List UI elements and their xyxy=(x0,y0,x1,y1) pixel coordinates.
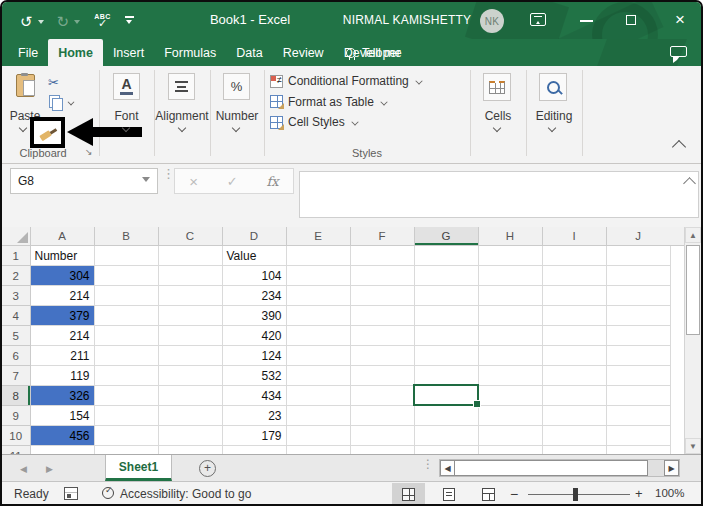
cell-G7[interactable] xyxy=(414,366,478,386)
cell-B10[interactable] xyxy=(94,426,158,446)
cell-J8[interactable] xyxy=(606,386,670,406)
cell-A9[interactable]: 154 xyxy=(30,406,94,426)
column-header-H[interactable]: H xyxy=(478,227,542,246)
ribbon-tab-formulas[interactable]: Formulas xyxy=(154,39,226,66)
ribbon-tab-file[interactable]: File xyxy=(8,39,48,66)
column-header-C[interactable]: C xyxy=(158,227,222,246)
cell-H7[interactable] xyxy=(478,366,542,386)
tab-scroll-handle[interactable]: ⋮ xyxy=(422,461,428,467)
cell-I9[interactable] xyxy=(542,406,606,426)
cell-C11[interactable] xyxy=(158,446,222,455)
vertical-scrollbar[interactable]: ▲ ▼ xyxy=(684,227,701,454)
cell-A5[interactable]: 214 xyxy=(30,326,94,346)
column-header-I[interactable]: I xyxy=(542,227,606,246)
scroll-up-icon[interactable]: ▲ xyxy=(685,227,701,243)
cell-A1[interactable]: Number xyxy=(30,246,94,266)
macro-record-icon[interactable] xyxy=(64,487,78,500)
cell-G1[interactable] xyxy=(414,246,478,266)
cell-A4[interactable]: 379 xyxy=(30,306,94,326)
cell-F6[interactable] xyxy=(350,346,414,366)
redo-icon[interactable]: ↻ xyxy=(57,14,70,29)
cell-D3[interactable]: 234 xyxy=(222,286,286,306)
cell-A3[interactable]: 214 xyxy=(30,286,94,306)
cell-D11[interactable] xyxy=(222,446,286,455)
cell-H3[interactable] xyxy=(478,286,542,306)
cell-F2[interactable] xyxy=(350,266,414,286)
cell-G11[interactable] xyxy=(414,446,478,455)
cell-E11[interactable] xyxy=(286,446,350,455)
spelling-check-icon[interactable]: ABC✓ xyxy=(94,13,111,29)
cell-D2[interactable]: 104 xyxy=(222,266,286,286)
editing-dropdown-icon[interactable] xyxy=(548,124,556,132)
cell-C10[interactable] xyxy=(158,426,222,446)
cell-I5[interactable] xyxy=(542,326,606,346)
paste-dropdown-icon[interactable] xyxy=(19,124,27,132)
cell-A11[interactable] xyxy=(30,446,94,455)
row-header-5[interactable]: 5 xyxy=(2,326,30,346)
row-header-4[interactable]: 4 xyxy=(2,306,30,326)
sheet-tab-sheet1[interactable]: Sheet1 xyxy=(105,455,172,481)
cell-H8[interactable] xyxy=(478,386,542,406)
cell-A2[interactable]: 304 xyxy=(30,266,94,286)
font-icon[interactable]: A xyxy=(113,73,140,100)
cell-J2[interactable] xyxy=(606,266,670,286)
cell-A7[interactable]: 119 xyxy=(30,366,94,386)
cell-F11[interactable] xyxy=(350,446,414,455)
ribbon-tab-review[interactable]: Review xyxy=(273,39,334,66)
format-as-table-button[interactable]: Format as Table xyxy=(270,95,468,109)
cell-B8[interactable] xyxy=(94,386,158,406)
cell-B4[interactable] xyxy=(94,306,158,326)
cell-J10[interactable] xyxy=(606,426,670,446)
column-header-B[interactable]: B xyxy=(94,227,158,246)
cell-E5[interactable] xyxy=(286,326,350,346)
cell-D5[interactable]: 420 xyxy=(222,326,286,346)
ribbon-display-options-icon[interactable] xyxy=(530,13,546,26)
horizontal-scroll-thumb[interactable] xyxy=(454,460,648,476)
cells-icon[interactable] xyxy=(483,73,511,101)
alignment-group-button[interactable]: Alignment xyxy=(152,109,212,123)
ribbon-tab-home[interactable]: Home xyxy=(48,39,103,66)
cell-D10[interactable]: 179 xyxy=(222,426,286,446)
cut-icon[interactable]: ✂ xyxy=(48,75,59,90)
previous-sheet-icon[interactable]: ◀ xyxy=(20,464,27,474)
horizontal-scrollbar[interactable]: ◀ ▶ xyxy=(439,459,680,477)
format-painter-icon[interactable] xyxy=(36,122,59,143)
scroll-down-icon[interactable]: ▼ xyxy=(685,438,701,454)
cell-E4[interactable] xyxy=(286,306,350,326)
cell-B7[interactable] xyxy=(94,366,158,386)
cell-I6[interactable] xyxy=(542,346,606,366)
undo-dropdown-icon[interactable] xyxy=(38,20,44,27)
editing-icon[interactable] xyxy=(539,73,567,101)
zoom-slider-track[interactable] xyxy=(528,494,630,496)
cell-H2[interactable] xyxy=(478,266,542,286)
cell-E9[interactable] xyxy=(286,406,350,426)
cell-I8[interactable] xyxy=(542,386,606,406)
cell-F1[interactable] xyxy=(350,246,414,266)
format-painter-highlight-box[interactable] xyxy=(30,117,65,148)
collapse-ribbon-icon[interactable] xyxy=(672,140,686,154)
cell-I7[interactable] xyxy=(542,366,606,386)
name-box[interactable]: G8 xyxy=(10,168,158,194)
number-dropdown-icon[interactable] xyxy=(232,124,240,132)
confirm-entry-icon[interactable]: ✓ xyxy=(227,174,238,189)
cell-B6[interactable] xyxy=(94,346,158,366)
cell-D9[interactable]: 23 xyxy=(222,406,286,426)
cell-I1[interactable] xyxy=(542,246,606,266)
number-group-button[interactable]: Number xyxy=(208,109,266,123)
accessibility-status[interactable]: Accessibility: Good to go xyxy=(120,487,251,501)
cell-G9[interactable] xyxy=(414,406,478,426)
cell-G10[interactable] xyxy=(414,426,478,446)
select-all-corner[interactable] xyxy=(2,227,30,246)
normal-view-button[interactable] xyxy=(392,483,425,506)
row-header-1[interactable]: 1 xyxy=(2,246,30,266)
row-header-3[interactable]: 3 xyxy=(2,286,30,306)
column-header-D[interactable]: D xyxy=(222,227,286,246)
column-header-J[interactable]: J xyxy=(606,227,670,246)
cell-G4[interactable] xyxy=(414,306,478,326)
clipboard-dialog-launcher-icon[interactable]: ↘ xyxy=(85,147,93,157)
name-box-dropdown-icon[interactable] xyxy=(142,177,150,186)
cell-E6[interactable] xyxy=(286,346,350,366)
cell-F5[interactable] xyxy=(350,326,414,346)
cell-E3[interactable] xyxy=(286,286,350,306)
undo-icon[interactable]: ↺ xyxy=(20,14,33,29)
